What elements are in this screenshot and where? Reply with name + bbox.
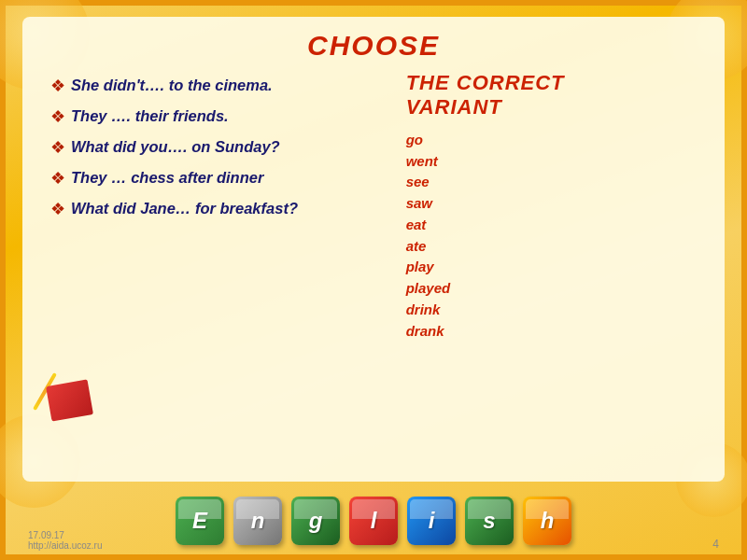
bullet-1: ❖ bbox=[50, 76, 65, 96]
question-text-4: They … chess after dinner bbox=[71, 167, 263, 188]
cubes-bar: E n g l i s h bbox=[6, 493, 741, 554]
bullet-2: ❖ bbox=[50, 106, 65, 127]
answer-option-ate[interactable]: ate bbox=[406, 236, 706, 257]
bullet-3: ❖ bbox=[50, 137, 65, 158]
question-item-5: ❖ What did Jane… for breakfast? bbox=[50, 198, 378, 219]
correct-variant-header: THE CORRECTVARIANT bbox=[397, 71, 706, 120]
answer-option-went[interactable]: went bbox=[406, 151, 706, 172]
answer-option-go[interactable]: go bbox=[406, 130, 706, 150]
answer-option-saw[interactable]: saw bbox=[406, 193, 706, 214]
page-title: CHOOSE bbox=[32, 30, 715, 62]
question-text-3: What did you…. on Sunday? bbox=[71, 136, 280, 157]
question-item-2: ❖ They …. their friends. bbox=[50, 105, 378, 127]
answer-option-play[interactable]: play bbox=[406, 257, 706, 277]
questions-column: ❖ She didn't…. to the cinema. ❖ They …. … bbox=[32, 71, 388, 474]
cube-n: n bbox=[233, 497, 282, 545]
answer-option-drink[interactable]: drink bbox=[406, 300, 706, 320]
cube-h: h bbox=[523, 497, 571, 545]
footer-date: 17.09.17 bbox=[28, 530, 103, 540]
footer-info: 17.09.17 http://aida.ucoz.ru bbox=[28, 530, 103, 551]
question-item-1: ❖ She didn't…. to the cinema. bbox=[50, 75, 378, 96]
answers-column: THE CORRECTVARIANT go went see saw eat a… bbox=[388, 71, 715, 474]
main-body: ❖ She didn't…. to the cinema. ❖ They …. … bbox=[22, 67, 725, 482]
cube-E: E bbox=[176, 497, 224, 545]
answer-option-played[interactable]: played bbox=[406, 278, 706, 299]
answer-option-eat[interactable]: eat bbox=[406, 215, 706, 235]
answer-option-see[interactable]: see bbox=[406, 172, 706, 192]
question-text-2: They …. their friends. bbox=[71, 105, 229, 126]
cube-i: i bbox=[407, 497, 456, 545]
cube-l: l bbox=[349, 497, 398, 545]
question-item-4: ❖ They … chess after dinner bbox=[50, 167, 378, 189]
question-text-5: What did Jane… for breakfast? bbox=[71, 198, 298, 218]
question-item-3: ❖ What did you…. on Sunday? bbox=[50, 136, 378, 158]
footer-url: http://aida.ucoz.ru bbox=[28, 540, 103, 551]
book-icon bbox=[46, 379, 93, 421]
content-area: CHOOSE ❖ She didn't…. to the cinema. ❖ T… bbox=[22, 17, 725, 482]
question-text-1: She didn't…. to the cinema. bbox=[71, 75, 273, 95]
cube-g: g bbox=[291, 497, 340, 545]
bullet-5: ❖ bbox=[50, 199, 65, 219]
footer-page: 4 bbox=[712, 538, 719, 551]
book-decoration bbox=[49, 371, 105, 418]
cube-s: s bbox=[465, 497, 514, 545]
answer-options-list: go went see saw eat ate play played drin… bbox=[397, 130, 706, 342]
bullet-4: ❖ bbox=[50, 168, 65, 189]
answer-option-drank[interactable]: drank bbox=[406, 321, 706, 342]
slide: CHOOSE ❖ She didn't…. to the cinema. ❖ T… bbox=[0, 0, 747, 560]
header: CHOOSE bbox=[22, 17, 725, 67]
